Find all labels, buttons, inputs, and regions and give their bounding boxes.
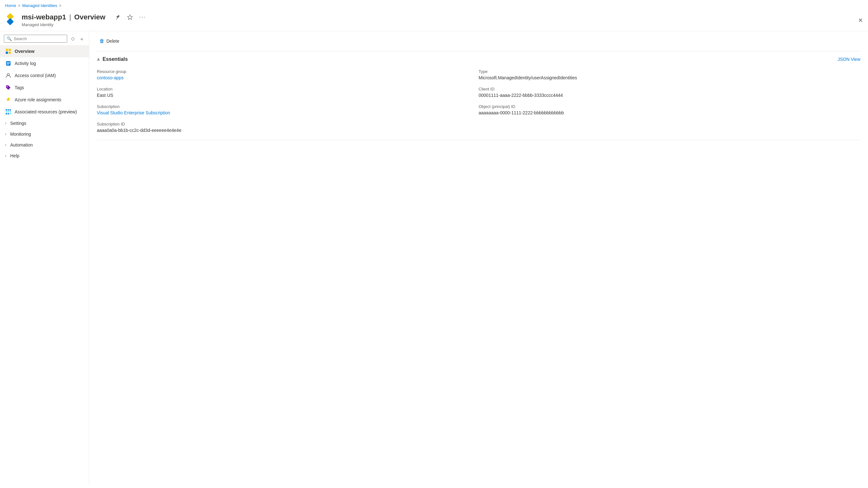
breadcrumb-sep-1: > [18, 3, 21, 8]
svg-marker-2 [127, 14, 132, 20]
svg-rect-19 [6, 113, 7, 114]
subscription-label: Subscription [97, 104, 479, 109]
essentials-right-column: Type Microsoft.ManagedIdentity/userAssig… [479, 67, 861, 137]
subscription-value: Visual Studio Enterprise Subscription [97, 110, 479, 115]
iam-icon [5, 72, 11, 79]
close-button[interactable]: ✕ [858, 17, 863, 24]
sidebar-search-row: 🔍 ◇ « [0, 31, 89, 45]
svg-rect-3 [6, 49, 8, 51]
essentials-type: Type Microsoft.ManagedIdentity/userAssig… [479, 67, 861, 85]
sidebar-item-access-control[interactable]: Access control (IAM) [0, 69, 89, 82]
svg-rect-4 [9, 49, 11, 51]
svg-rect-17 [8, 111, 9, 113]
role-assignments-label: Azure role assignments [14, 97, 61, 102]
location-label: Location [97, 87, 479, 91]
subscription-link[interactable]: Visual Studio Enterprise Subscription [97, 110, 170, 115]
essentials-chevron[interactable]: ∧ [97, 57, 100, 62]
sidebar-item-overview[interactable]: Overview [0, 45, 89, 57]
header-actions: ··· [114, 12, 147, 22]
svg-rect-18 [9, 111, 11, 113]
subscription-id-value: aaaa0a0a-bb1b-cc2c-dd3d-eeeeee4e4e4e [97, 128, 479, 133]
essentials-left-column: Resource group contoso-apps Location Eas… [97, 67, 479, 137]
essentials-object-id: Object (principal) ID aaaaaaaa-0000-1111… [479, 102, 861, 120]
settings-expand-arrow: › [5, 121, 6, 125]
svg-rect-8 [7, 62, 10, 63]
resource-subtitle: Managed Identity [22, 22, 147, 27]
essentials-resource-group: Resource group contoso-apps [97, 67, 479, 85]
sidebar-item-settings[interactable]: › Settings [0, 118, 89, 129]
filter-button[interactable]: ◇ [69, 34, 77, 43]
sidebar-item-help[interactable]: › Help [0, 150, 89, 161]
delete-button[interactable]: 🗑 Delete [97, 36, 122, 46]
role-icon [5, 96, 11, 103]
access-control-label: Access control (IAM) [14, 73, 56, 78]
breadcrumb-home[interactable]: Home [5, 3, 16, 8]
client-id-value: 00001111-aaaa-2222-bbbb-3333cccc4444 [479, 93, 861, 98]
sidebar-item-associated-resources[interactable]: Associated resources (preview) [0, 106, 89, 118]
essentials-header: ∧ Essentials JSON View [97, 56, 860, 62]
resource-title-group: msi-webapp1 | Overview ··· [22, 12, 147, 27]
essentials-title-text: Essentials [102, 56, 128, 62]
object-id-label: Object (principal) ID [479, 104, 861, 109]
type-label: Type [479, 69, 861, 74]
search-input[interactable] [14, 36, 64, 41]
tags-icon [5, 84, 11, 91]
essentials-grid: Resource group contoso-apps Location Eas… [97, 67, 860, 137]
collapse-button[interactable]: « [79, 35, 85, 43]
svg-rect-13 [6, 109, 7, 111]
resource-header: msi-webapp1 | Overview ··· [0, 10, 868, 31]
json-view-link[interactable]: JSON View [838, 57, 860, 62]
resource-icon [5, 13, 18, 26]
breadcrumb-managed-identities[interactable]: Managed Identities [22, 3, 57, 8]
resource-group-link[interactable]: contoso-apps [97, 75, 124, 80]
automation-expand-arrow: › [5, 143, 6, 147]
trash-icon: 🗑 [99, 38, 104, 44]
delete-label: Delete [106, 38, 119, 43]
type-value: Microsoft.ManagedIdentity/userAssignedId… [479, 75, 861, 80]
overview-icon [5, 48, 11, 55]
activity-log-label: Activity log [14, 61, 36, 66]
svg-rect-5 [6, 52, 8, 54]
tags-label: Tags [14, 85, 24, 90]
resource-group-value: contoso-apps [97, 75, 479, 80]
sidebar-item-automation[interactable]: › Automation [0, 140, 89, 150]
object-id-value: aaaaaaaa-0000-1111-2222-bbbbbbbbbbbb [479, 110, 861, 115]
essentials-divider [97, 140, 860, 140]
pin-button[interactable] [114, 13, 122, 21]
client-id-label: Client ID [479, 87, 861, 91]
essentials-subscription-id: Subscription ID aaaa0a0a-bb1b-cc2c-dd3d-… [97, 120, 479, 137]
breadcrumb-sep-2: > [59, 3, 61, 8]
resource-title: msi-webapp1 | Overview ··· [22, 12, 147, 22]
subscription-id-label: Subscription ID [97, 122, 479, 126]
associated-resources-label: Associated resources (preview) [14, 109, 77, 114]
overview-label: Overview [14, 49, 34, 54]
svg-rect-16 [6, 111, 7, 113]
svg-rect-9 [7, 63, 10, 64]
title-separator: | [69, 13, 71, 21]
sidebar-search-box[interactable]: 🔍 [4, 35, 67, 43]
search-icon: 🔍 [7, 36, 12, 41]
svg-rect-10 [7, 64, 9, 65]
favorite-button[interactable] [126, 13, 134, 21]
essentials-section: ∧ Essentials JSON View Resource group co… [97, 56, 860, 140]
toolbar: 🗑 Delete [97, 36, 860, 51]
sidebar-item-activity-log[interactable]: Activity log [0, 57, 89, 69]
essentials-subscription: Subscription Visual Studio Enterprise Su… [97, 102, 479, 120]
main-layout: 🔍 ◇ « Overview [0, 31, 868, 484]
svg-rect-6 [9, 52, 11, 54]
monitoring-label: Monitoring [10, 131, 31, 136]
svg-rect-14 [8, 109, 9, 111]
sidebar-item-role-assignments[interactable]: Azure role assignments [0, 94, 89, 106]
content-area: 🗑 Delete ∧ Essentials JSON View Resource… [89, 31, 868, 484]
svg-rect-20 [8, 113, 9, 114]
essentials-client-id: Client ID 00001111-aaaa-2222-bbbb-3333cc… [479, 85, 861, 102]
sidebar-item-tags[interactable]: Tags [0, 82, 89, 94]
more-button[interactable]: ··· [138, 12, 147, 22]
svg-point-12 [7, 86, 8, 87]
location-value: East US [97, 93, 479, 98]
help-expand-arrow: › [5, 154, 6, 158]
sidebar-item-monitoring[interactable]: › Monitoring [0, 129, 89, 140]
resource-name: msi-webapp1 [22, 13, 66, 21]
svg-rect-1 [7, 18, 14, 26]
monitoring-expand-arrow: › [5, 132, 6, 136]
